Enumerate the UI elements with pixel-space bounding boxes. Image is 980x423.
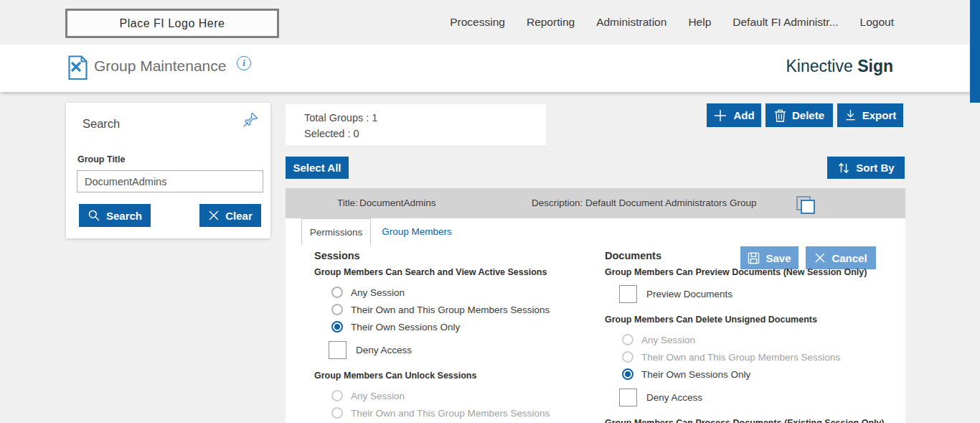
fi-logo-placeholder: Place FI Logo Here — [65, 9, 279, 38]
radio-option-row: Their Own and This Group Members Session… — [314, 301, 605, 318]
vertical-scrollbar-thumb[interactable] — [970, 0, 980, 103]
perm-preview-title: Group Members Can Preview Documents (New… — [605, 266, 895, 278]
clear-x-icon — [208, 210, 220, 221]
row-description-value: Default Document Administrators Group — [585, 197, 757, 208]
radio-own-only[interactable] — [331, 321, 343, 333]
radio-own-and-group[interactable] — [331, 304, 343, 315]
group-maintenance-icon — [68, 55, 88, 83]
radio-option-row: Their Own Sessions Only — [314, 318, 605, 335]
radio-option-row: Any Session — [314, 284, 605, 301]
radio-label: Any Session — [351, 287, 405, 298]
nav-reporting[interactable]: Reporting — [527, 16, 575, 29]
copy-icon[interactable] — [796, 196, 816, 216]
clear-button[interactable]: Clear — [199, 204, 261, 227]
search-panel: Search Group Title Search Clear — [66, 103, 270, 238]
perm-unlock-title: Group Members Can Unlock Sessions — [314, 370, 605, 381]
top-nav: Processing Reporting Administration Help… — [450, 0, 894, 45]
brand-logo: Kinective Sign — [786, 57, 893, 76]
radio-label: Their Own and This Group Members Session… — [351, 408, 550, 419]
radio-label: Their Own Sessions Only — [351, 322, 460, 333]
perm-process-title: Group Members Can Process Documents (Exi… — [605, 417, 895, 423]
total-groups-label: Total Groups : — [304, 112, 372, 124]
documents-heading: Documents — [605, 250, 895, 262]
copy-icon-front-square — [801, 200, 815, 214]
radio-own-only[interactable] — [622, 368, 633, 380]
radio-option-row: Their Own and This Group Members Session… — [605, 348, 895, 366]
row-description-label: Description: — [532, 197, 583, 208]
sort-arrows-icon — [837, 162, 850, 175]
group-row-header[interactable]: Title: DocumentAdmins Description: Defau… — [286, 188, 905, 218]
checkbox-label: Preview Documents — [646, 289, 732, 299]
group-title-input[interactable] — [77, 170, 263, 192]
row-title-label: Title: — [337, 197, 358, 208]
checkbox-row: Preview Documents — [605, 284, 895, 304]
radio-label: Their Own and This Group Members Session… — [641, 352, 840, 363]
deny-access-checkbox[interactable] — [619, 389, 637, 406]
radio-label: Any Session — [641, 335, 695, 345]
add-button[interactable]: Add — [707, 103, 761, 127]
tab-group-members[interactable]: Group Members — [372, 218, 461, 245]
info-icon[interactable]: i — [237, 56, 251, 70]
sessions-column: Sessions Group Members Can Search and Vi… — [314, 250, 605, 423]
brand-name: Kinective — [786, 57, 852, 75]
preview-documents-checkbox[interactable] — [619, 285, 637, 303]
export-button-label: Export — [862, 109, 897, 121]
select-all-label: Select All — [293, 162, 341, 174]
add-button-label: Add — [733, 109, 754, 121]
radio-own-and-group[interactable] — [622, 351, 633, 363]
delete-button[interactable]: Delete — [765, 103, 833, 127]
select-all-button[interactable]: Select All — [286, 157, 349, 179]
checkbox-row: Deny Access — [605, 387, 895, 407]
nav-help[interactable]: Help — [688, 16, 711, 29]
delete-button-label: Delete — [792, 109, 824, 121]
radio-label: Their Own Sessions Only — [641, 369, 750, 380]
download-icon — [844, 109, 857, 121]
tab-bar: Permissions Group Members Save Cancel — [286, 218, 905, 245]
radio-option-row: Any Session — [605, 331, 895, 348]
radio-own-and-group[interactable] — [331, 407, 343, 419]
radio-any-session[interactable] — [622, 334, 633, 345]
checkbox-row: Deny Access — [314, 340, 605, 360]
deny-access-checkbox[interactable] — [329, 341, 347, 359]
app-window: Place FI Logo Here Processing Reporting … — [0, 0, 980, 423]
nav-processing[interactable]: Processing — [450, 16, 505, 29]
tab-permissions[interactable]: Permissions — [301, 218, 371, 245]
total-groups-value: 1 — [372, 112, 377, 124]
clear-button-label: Clear — [225, 210, 253, 222]
radio-label: Their Own and This Group Members Session… — [351, 305, 550, 315]
sort-by-label: Sort By — [856, 162, 894, 174]
nav-current-user[interactable]: Default FI Administr... — [732, 16, 838, 29]
radio-any-session[interactable] — [331, 287, 343, 298]
search-panel-title: Search — [83, 117, 120, 131]
checkbox-label: Deny Access — [646, 392, 702, 403]
radio-label: Any Session — [351, 391, 405, 401]
brand-product: Sign — [857, 57, 893, 75]
search-button-label: Search — [106, 210, 142, 222]
perm-search-view-title: Group Members Can Search and View Active… — [314, 266, 605, 278]
totals-box: Total Groups : 1 Selected : 0 — [286, 104, 546, 145]
page-header: Group Maintenance i Kinective Sign — [0, 45, 980, 92]
documents-column: Documents Group Members Can Preview Docu… — [605, 250, 895, 423]
search-icon — [88, 209, 100, 222]
group-detail-panel: Title: DocumentAdmins Description: Defau… — [286, 188, 905, 423]
checkbox-label: Deny Access — [356, 345, 412, 355]
group-title-label: Group Title — [77, 154, 125, 164]
page-title: Group Maintenance — [94, 57, 226, 75]
radio-option-row: Their Own Sessions Only — [605, 366, 895, 383]
fi-logo-text: Place FI Logo Here — [120, 17, 225, 30]
perm-delete-unsigned-title: Group Members Can Delete Unsigned Docume… — [605, 314, 895, 325]
selected-label: Selected : — [304, 128, 354, 139]
nav-logout[interactable]: Logout — [860, 16, 894, 29]
nav-administration[interactable]: Administration — [596, 16, 666, 29]
radio-any-session[interactable] — [331, 390, 343, 401]
total-groups-line: Total Groups : 1 — [304, 110, 546, 126]
sort-by-button[interactable]: Sort By — [827, 157, 905, 179]
radio-option-row: Their Own and This Group Members Session… — [314, 404, 605, 422]
search-button[interactable]: Search — [79, 204, 151, 227]
pin-icon[interactable] — [242, 111, 259, 131]
top-bar: Place FI Logo Here Processing Reporting … — [0, 0, 980, 45]
radio-option-row: Any Session — [314, 387, 605, 404]
group-action-buttons: Add Delete Export — [707, 103, 903, 127]
export-button[interactable]: Export — [837, 103, 903, 127]
plus-icon — [713, 108, 727, 123]
